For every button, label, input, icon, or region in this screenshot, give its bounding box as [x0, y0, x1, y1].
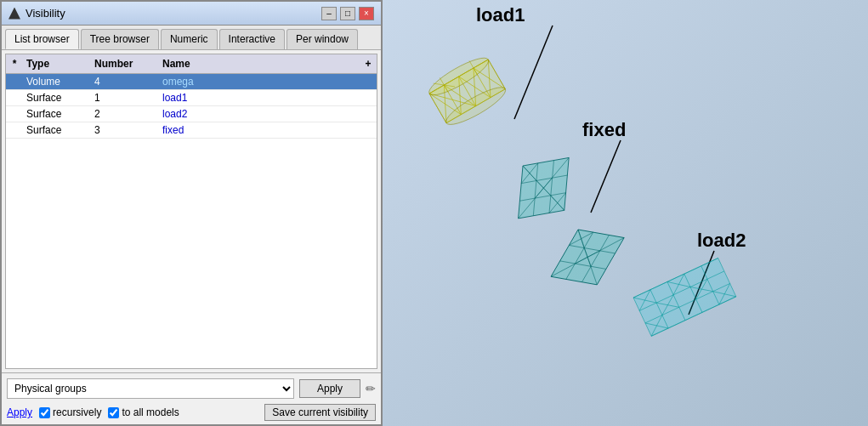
- tab-list-browser[interactable]: List browser: [5, 29, 79, 49]
- apply-main-button[interactable]: Apply: [299, 379, 360, 398]
- recursively-label: recursively: [53, 406, 101, 418]
- row-name: load1: [159, 90, 360, 105]
- tab-interactive[interactable]: Interactive: [219, 29, 285, 49]
- to-all-models-label: to all models: [122, 406, 179, 418]
- table-header: * Type Number Name +: [6, 54, 377, 74]
- filter-dropdown[interactable]: Physical groups All Volume Surface: [7, 378, 294, 399]
- row-type: Surface: [23, 122, 91, 138]
- 3d-viewport[interactable]: load1 fixed load2: [383, 0, 868, 426]
- col-number: Number: [91, 56, 159, 71]
- title-buttons: – □ ×: [321, 7, 374, 20]
- label-fixed: fixed: [582, 119, 626, 140]
- pencil-icon: ✏: [366, 382, 376, 395]
- svg-rect-0: [383, 0, 868, 426]
- mesh-load1: [519, 157, 570, 218]
- row-action: [360, 122, 377, 138]
- bottom-controls: Physical groups All Volume Surface Apply…: [2, 372, 381, 424]
- close-button[interactable]: ×: [359, 7, 374, 20]
- table-row[interactable]: Surface 3 fixed: [6, 122, 377, 139]
- entity-table: * Type Number Name + Volume 4 omega Surf…: [5, 54, 377, 369]
- title-bar: Visibility – □ ×: [2, 2, 381, 26]
- row-star: [6, 106, 23, 122]
- recursively-checkbox[interactable]: [39, 407, 50, 418]
- app-icon: [9, 8, 20, 20]
- to-all-models-checkbox-item: to all models: [108, 406, 179, 418]
- window-title: Visibility: [26, 7, 65, 20]
- tab-tree-browser[interactable]: Tree browser: [81, 29, 159, 49]
- title-bar-left: Visibility: [9, 7, 65, 20]
- label-load1: load1: [476, 4, 525, 26]
- table-row[interactable]: Surface 2 load2: [6, 106, 377, 122]
- tab-per-window[interactable]: Per window: [286, 29, 358, 49]
- row-action: [360, 74, 377, 89]
- row-action: [360, 106, 377, 122]
- row-star: [6, 90, 23, 105]
- row-number: 1: [91, 90, 159, 105]
- apply-link[interactable]: Apply: [7, 406, 32, 418]
- row-number: 4: [91, 74, 159, 89]
- minimize-button[interactable]: –: [321, 7, 337, 20]
- col-name: Name: [159, 56, 360, 71]
- tab-numeric[interactable]: Numeric: [161, 29, 218, 49]
- row-type: Volume: [23, 74, 91, 89]
- to-all-models-checkbox[interactable]: [108, 407, 119, 418]
- tab-bar: List browser Tree browser Numeric Intera…: [2, 26, 381, 50]
- label-load2: load2: [697, 230, 746, 251]
- apply-row: Apply recursively to all models Save cur…: [7, 404, 376, 421]
- table-row[interactable]: Surface 1 load1: [6, 90, 377, 106]
- row-number: 2: [91, 106, 159, 122]
- visibility-panel: Visibility – □ × List browser Tree brows…: [0, 0, 383, 426]
- row-name: load2: [159, 106, 360, 122]
- row-action: [360, 90, 377, 105]
- col-star: *: [6, 56, 23, 71]
- recursively-checkbox-item: recursively: [39, 406, 101, 418]
- row-name: fixed: [159, 122, 360, 138]
- row-name: omega: [159, 74, 360, 89]
- row-type: Surface: [23, 106, 91, 122]
- row-star: [6, 122, 23, 138]
- col-plus: +: [360, 56, 377, 71]
- row-number: 3: [91, 122, 159, 138]
- filter-row: Physical groups All Volume Surface Apply…: [7, 378, 376, 399]
- row-star: [6, 74, 23, 89]
- table-row[interactable]: Volume 4 omega: [6, 74, 377, 90]
- row-type: Surface: [23, 90, 91, 105]
- save-visibility-button[interactable]: Save current visibility: [264, 404, 376, 421]
- restore-button[interactable]: □: [340, 7, 355, 20]
- col-type: Type: [23, 56, 91, 71]
